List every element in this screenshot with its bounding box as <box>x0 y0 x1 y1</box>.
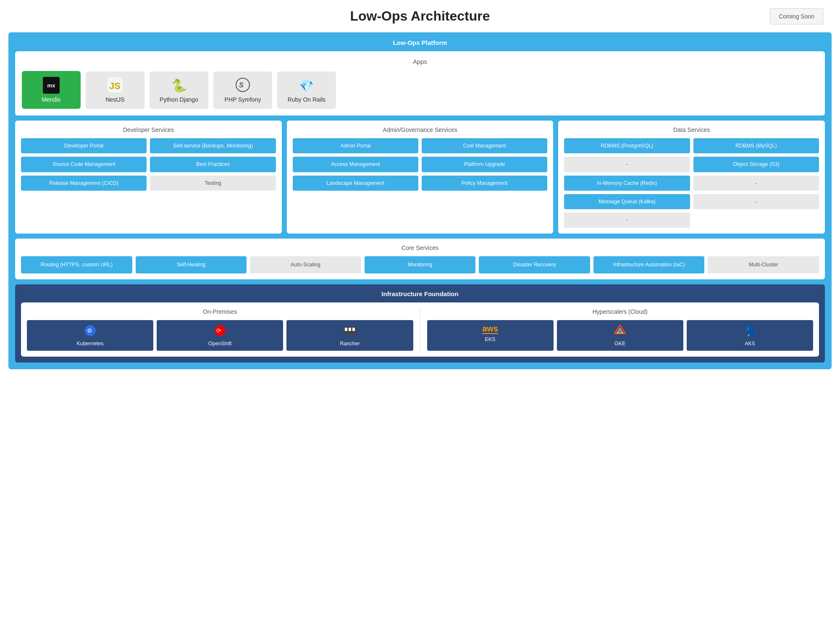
platform-container: Low-Ops Platform Apps mx Mendix JS Nes <box>8 32 832 369</box>
gke-icon <box>614 324 626 338</box>
app-php-symfony[interactable]: S PHP Symfony <box>213 71 272 109</box>
core-services-section: Core Services Routing (HTTPS, custom URL… <box>15 239 825 279</box>
app-nestjs[interactable]: JS NestJS <box>86 71 144 109</box>
core-multi-cluster[interactable]: Multi-Cluster <box>708 256 819 273</box>
svg-rect-12 <box>349 328 351 331</box>
infra-label: Infrastructure Foundation <box>21 290 819 297</box>
hyperscalers-title: Hyperscalers (Cloud) <box>427 308 814 315</box>
data-services-title: Data Services <box>564 126 819 133</box>
service-message-queue[interactable]: Message Queue (Kafka) <box>564 194 690 209</box>
page-header: Low-Ops Architecture Coming Soon <box>8 8 832 24</box>
svg-text:⟳: ⟳ <box>216 327 221 334</box>
svg-text:💎: 💎 <box>299 79 314 92</box>
hyperscalers-panel: Hyperscalers (Cloud) aws EKS <box>427 308 814 351</box>
developer-services-grid: Developer Portal Self-service (Backups, … <box>21 138 276 191</box>
service-data-placeholder-3: - <box>693 194 819 209</box>
core-self-healing[interactable]: Self-Healing <box>136 256 247 273</box>
infra-container: Infrastructure Foundation On-Premises ⚙ <box>15 284 825 363</box>
core-disaster-recovery[interactable]: Disaster Recovery <box>479 256 590 273</box>
nestjs-icon: JS <box>108 77 123 94</box>
developer-services-title: Developer Services <box>21 126 276 133</box>
service-data-placeholder-1: - <box>564 157 690 172</box>
service-in-memory-cache[interactable]: in-Memory Cache (Redis) <box>564 176 690 191</box>
openshift-icon: ⟳ <box>214 324 226 338</box>
service-landscape-mgmt[interactable]: Landscape Management <box>293 176 418 191</box>
svg-text:⚙: ⚙ <box>87 327 92 334</box>
infra-openshift[interactable]: ⟳ OpenShift <box>157 320 283 351</box>
service-data-placeholder-2: - <box>693 176 819 191</box>
symfony-icon: S <box>235 77 250 94</box>
core-infra-automation[interactable]: Infrastructure Automation (IaC) <box>593 256 705 273</box>
svg-marker-20 <box>749 325 756 336</box>
svg-text:JS: JS <box>109 81 121 91</box>
ruby-icon: 💎 <box>299 77 314 94</box>
service-policy-mgmt[interactable]: Policy Management <box>422 176 547 191</box>
admin-services-grid: Admin Portal Cost Management Access Mana… <box>293 138 548 191</box>
platform-label: Low-Ops Platform <box>15 39 825 46</box>
core-auto-scaling[interactable]: Auto-Scaling <box>250 256 361 273</box>
services-row: Developer Services Developer Portal Self… <box>15 121 825 234</box>
infra-kubernetes[interactable]: ⚙ Kubernetes <box>27 320 153 351</box>
svg-rect-11 <box>345 328 347 331</box>
azure-icon <box>744 324 756 338</box>
svg-point-16 <box>618 330 622 333</box>
core-services-row: Routing (HTTPS, custom URL) Self-Healing… <box>21 256 819 273</box>
core-services-label: Core Services <box>21 244 819 251</box>
rancher-icon <box>344 324 356 338</box>
hyperscalers-items: aws EKS <box>427 320 814 351</box>
apps-label: Apps <box>22 58 818 65</box>
on-premises-panel: On-Premises ⚙ Kubernetes <box>27 308 413 351</box>
data-services-panel: Data Services RDBMS (PostgreSQL) RDBMS (… <box>558 121 825 234</box>
service-cost-mgmt[interactable]: Cost Management <box>422 138 547 153</box>
core-monitoring[interactable]: Monitoring <box>365 256 476 273</box>
service-platform-upgrade[interactable]: Platform Upgrade <box>422 157 547 172</box>
service-rdbms-mysql[interactable]: RDBMS (MySQL) <box>693 138 819 153</box>
app-ruby-on-rails[interactable]: 💎 Ruby On Rails <box>277 71 336 109</box>
infra-rancher[interactable]: Rancher <box>286 320 413 351</box>
on-premises-title: On-Premises <box>27 308 413 315</box>
service-admin-portal[interactable]: Admin Portal <box>293 138 418 153</box>
infra-inner: On-Premises ⚙ Kubernetes <box>21 302 819 357</box>
service-rdbms-postgres[interactable]: RDBMS (PostgreSQL) <box>564 138 690 153</box>
infra-eks[interactable]: aws EKS <box>427 320 554 351</box>
core-routing[interactable]: Routing (HTTPS, custom URL) <box>21 256 132 273</box>
infra-gke[interactable]: GKE <box>557 320 683 351</box>
svg-text:S: S <box>239 81 244 89</box>
kubernetes-icon: ⚙ <box>84 324 97 338</box>
app-mendix[interactable]: mx Mendix <box>22 71 81 109</box>
service-best-practices[interactable]: Best Practices <box>150 157 276 172</box>
service-developer-portal[interactable]: Developer Portal <box>21 138 147 153</box>
developer-services-panel: Developer Services Developer Portal Self… <box>15 121 282 234</box>
on-premises-items: ⚙ Kubernetes ⟳ OpenShift <box>27 320 413 351</box>
svg-rect-13 <box>352 328 355 331</box>
admin-services-panel: Admin/Governance Services Admin Portal C… <box>287 121 554 234</box>
data-services-grid: RDBMS (PostgreSQL) RDBMS (MySQL) - Objec… <box>564 138 819 228</box>
service-self-service[interactable]: Self-service (Backups, Monitoring) <box>150 138 276 153</box>
page-title: Low-Ops Architecture <box>8 8 832 24</box>
service-source-code[interactable]: Source Code Management <box>21 157 147 172</box>
infra-aks[interactable]: AKS <box>687 320 813 351</box>
svg-text:🐍: 🐍 <box>171 78 186 92</box>
infra-divider <box>420 308 420 351</box>
coming-soon-badge: Coming Soon <box>770 8 823 24</box>
service-testing[interactable]: Testing <box>150 176 276 191</box>
admin-services-title: Admin/Governance Services <box>293 126 548 133</box>
apps-section: Apps mx Mendix JS NestJS <box>15 51 825 116</box>
service-data-placeholder-4: - <box>564 213 690 228</box>
service-access-mgmt[interactable]: Access Management <box>293 157 418 172</box>
aws-icon: aws <box>482 324 498 334</box>
python-icon: 🐍 <box>171 77 186 94</box>
apps-row: mx Mendix JS NestJS 🐍 <box>22 71 818 109</box>
app-python-django[interactable]: 🐍 Python Django <box>150 71 208 109</box>
mendix-icon: mx <box>43 77 60 94</box>
service-release-mgmt[interactable]: Release Management (CICD) <box>21 176 147 191</box>
service-object-storage[interactable]: Object Storage (S3) <box>693 157 819 172</box>
